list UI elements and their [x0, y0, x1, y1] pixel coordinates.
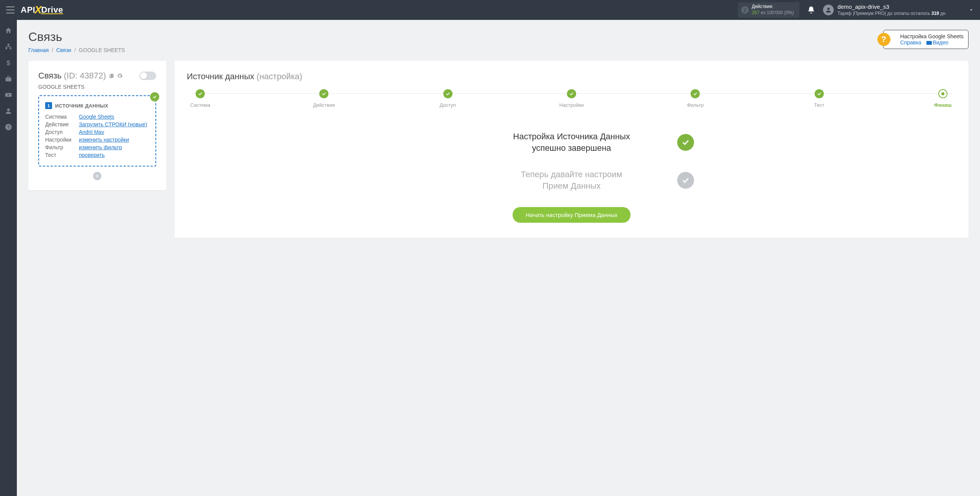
help-video-link[interactable]: Видео — [926, 39, 948, 46]
help-box: ? Настройка Google Sheets Справка Видео — [883, 30, 969, 49]
step-label: Доступ — [434, 102, 461, 108]
kv-key: Фильтр — [45, 144, 79, 150]
sidebar-hierarchy-icon[interactable] — [5, 43, 12, 51]
breadcrumb-home[interactable]: Главная — [28, 47, 49, 53]
kv-value-link[interactable]: изменить фильтр — [79, 144, 122, 150]
tariff-info: Тариф |Премиум PRO| до оплаты осталось 3… — [838, 11, 946, 17]
svg-point-0 — [827, 8, 830, 10]
setup-card: Источник данных (настройка) СистемаДейст… — [175, 61, 969, 238]
avatar-icon — [823, 5, 834, 15]
kv-key: Доступ — [45, 129, 79, 135]
svg-text:$: $ — [7, 59, 10, 67]
actions-percent: (0%) — [784, 10, 794, 15]
sidebar-youtube-icon[interactable] — [5, 91, 12, 99]
copy-icon[interactable] — [108, 73, 114, 79]
connection-subtitle: GOOGLE SHEETS — [38, 84, 156, 90]
setup-title: Источник данных (настройка) — [187, 72, 956, 82]
step-финиш[interactable]: Финиш — [929, 89, 956, 108]
svg-rect-2 — [6, 48, 7, 49]
step-тест[interactable]: Тест — [806, 89, 833, 108]
kv-value-link[interactable]: Загрузить СТРОКИ (новые) — [79, 121, 147, 127]
sidebar-dollar-icon[interactable]: $ — [5, 59, 12, 67]
step-действие[interactable]: Действие — [310, 89, 337, 108]
kv-key: Действие — [45, 121, 79, 127]
breadcrumb-links[interactable]: Связи — [56, 47, 71, 53]
chevron-down-icon — [969, 7, 974, 13]
logo-text-1: API — [21, 5, 35, 15]
gear-icon[interactable] — [117, 73, 123, 79]
step-фильтр[interactable]: Фильтр — [682, 89, 709, 108]
step-настройки[interactable]: Настройки — [558, 89, 585, 108]
user-menu[interactable]: demo_apix-drive_s3 Тариф |Премиум PRO| д… — [823, 3, 974, 16]
next-status: Теперь давайте настроим Прием Данных — [472, 169, 671, 191]
notifications-bell-icon[interactable] — [807, 6, 815, 14]
source-number-badge: 1 — [45, 102, 52, 109]
sidebar-briefcase-icon[interactable] — [5, 75, 12, 83]
video-icon — [926, 41, 932, 45]
sidebar-user-icon[interactable] — [5, 107, 12, 115]
step-label: Финиш — [929, 102, 956, 108]
info-icon: i — [741, 6, 749, 14]
add-button[interactable]: + — [93, 172, 101, 180]
logo-text-2: Drive — [41, 5, 63, 15]
sidebar-home-icon[interactable] — [5, 27, 12, 34]
breadcrumb: Главная / Связи / GOOGLE SHEETS — [28, 47, 125, 53]
actions-sep: из 100'000 — [761, 10, 784, 15]
sidebar-help-icon[interactable]: ? — [5, 123, 12, 131]
kv-value-link[interactable]: Google Sheets — [79, 114, 114, 120]
hamburger-menu[interactable] — [6, 7, 15, 13]
logo[interactable]: APIXDrive — [21, 4, 63, 16]
data-source-box: 1 ИСТОЧНИК ДАННЫХ СистемаGoogle SheetsДе… — [38, 95, 156, 166]
connection-id: (ID: 43872) — [64, 71, 106, 81]
kv-value-link[interactable]: изменить настройки — [79, 137, 129, 143]
kv-value-link[interactable]: проверить — [79, 152, 105, 158]
step-label: Действие — [310, 102, 337, 108]
step-label: Настройки — [558, 102, 585, 108]
stepper: СистемаДействиеДоступНастройкиФильтрТест… — [187, 89, 956, 108]
kv-key: Настройки — [45, 137, 79, 143]
svg-point-7 — [7, 108, 10, 111]
pending-check-icon — [677, 172, 694, 189]
logo-x-icon: X — [34, 4, 42, 16]
success-status: Настройка Источника Данных успешно завер… — [472, 131, 671, 153]
step-label: Система — [187, 102, 214, 108]
svg-text:?: ? — [7, 124, 10, 129]
connection-toggle[interactable] — [139, 72, 156, 80]
help-reference-link[interactable]: Справка — [900, 39, 921, 46]
breadcrumb-current: GOOGLE SHEETS — [79, 47, 125, 53]
step-label: Фильтр — [682, 102, 709, 108]
step-label: Тест — [806, 102, 833, 108]
kv-value-link[interactable]: Andrii Mav — [79, 129, 104, 135]
step-система[interactable]: Система — [187, 89, 214, 108]
actions-info-pill[interactable]: i Действия: 267 из 100'000 (0%) — [738, 2, 799, 17]
page-title: Связь — [28, 30, 125, 44]
check-icon — [150, 92, 159, 101]
start-setup-button[interactable]: Начать настройку Приема Данных — [513, 207, 630, 223]
kv-key: Система — [45, 114, 79, 120]
connection-card: Связь (ID: 43872) GOOGLE SHEETS 1 ИСТОЧН… — [28, 61, 166, 190]
svg-rect-3 — [10, 48, 11, 49]
svg-rect-5 — [6, 78, 11, 82]
username: demo_apix-drive_s3 — [838, 3, 946, 11]
svg-rect-10 — [110, 74, 113, 78]
svg-rect-1 — [8, 44, 10, 46]
success-check-icon — [677, 134, 694, 151]
step-доступ[interactable]: Доступ — [434, 89, 461, 108]
source-head-text: ИСТОЧНИК ДАННЫХ — [55, 103, 108, 109]
connection-title: Связь — [38, 71, 62, 81]
kv-key: Тест — [45, 152, 79, 158]
actions-count: 267 — [752, 10, 760, 15]
help-question-icon: ? — [877, 33, 890, 46]
actions-label: Действия: — [752, 4, 794, 10]
help-title: Настройка Google Sheets — [900, 33, 964, 39]
